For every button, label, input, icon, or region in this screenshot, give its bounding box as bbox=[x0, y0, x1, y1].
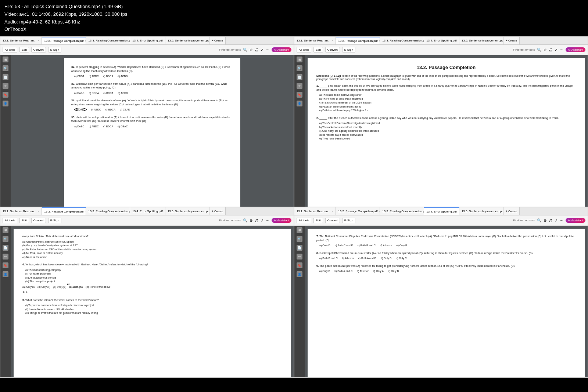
convert-btn-2[interactable]: Convert bbox=[325, 47, 340, 52]
sidebar-user-icon-3[interactable]: 👤 bbox=[3, 271, 8, 277]
sidebar-annotate-icon-2[interactable]: ✏ bbox=[297, 83, 302, 89]
passage-q1: 1. _____ girls' death case, the bodies o… bbox=[316, 84, 576, 113]
print-icon-1[interactable]: 🖨 bbox=[255, 48, 258, 52]
esign-btn-3[interactable]: E-Sign bbox=[48, 218, 61, 223]
ai-assistant-btn-2[interactable]: AI Assistant bbox=[566, 47, 585, 52]
tab-reading-comprehension-3[interactable]: 13.3. Reading Comprehension.pdf bbox=[86, 207, 130, 215]
sidebar-user-icon-1[interactable]: 👤 bbox=[3, 101, 8, 106]
ai-assistant-btn-4[interactable]: AI Assistant bbox=[566, 218, 585, 223]
tab-passage-completion-1[interactable]: 13.2. Passage Completion.pdf × bbox=[42, 37, 86, 44]
tab-passage-completion-2[interactable]: 13.2. Passage Completion.pdf × bbox=[336, 37, 380, 44]
edit-btn-4[interactable]: Edit bbox=[313, 218, 323, 223]
search-icon-3[interactable]: 🔍 bbox=[243, 218, 247, 222]
tab-sentence-improvement-2[interactable]: 13.5. Sentence Improvement.pdf bbox=[459, 37, 503, 44]
sidebar-home-icon-1[interactable]: ⊞ bbox=[3, 57, 8, 62]
share-icon-4[interactable]: ↗ bbox=[555, 218, 557, 222]
share-icon-2[interactable]: ↗ bbox=[555, 48, 557, 52]
tab-passage-completion-3[interactable]: 13.2. Passage Completion.pdf × bbox=[42, 207, 86, 215]
zoom-icon-4[interactable]: ⊕ bbox=[544, 218, 546, 222]
passage-completion-directions: Directions (Q. 1-10): In each of the fol… bbox=[316, 74, 576, 81]
sidebar-search-icon-4[interactable]: 🔍 bbox=[297, 236, 302, 242]
sidebar-annotate-icon-1[interactable]: ✏ bbox=[3, 83, 8, 89]
tab-error-spotting-4[interactable]: 13.4. Error Spotting.pdf bbox=[424, 207, 459, 215]
tab-reading-comprehension-1[interactable]: 13.3. Reading Comprehension.pdf × bbox=[86, 37, 130, 44]
search-icon-4[interactable]: 🔍 bbox=[537, 218, 541, 222]
esign-btn-1[interactable]: E-Sign bbox=[48, 47, 61, 52]
tab-create-2[interactable]: + Create bbox=[503, 37, 520, 44]
sidebar-annotate-icon-4[interactable]: ✏ bbox=[297, 254, 302, 259]
print-icon-3[interactable]: 🖨 bbox=[255, 218, 258, 222]
tab-passage-completion-4[interactable]: 13.2. Passage Completion.pdf × bbox=[336, 207, 380, 215]
edit-btn-1[interactable]: Edit bbox=[19, 47, 29, 52]
sidebar-bookmark-icon-4[interactable]: 🔖 bbox=[297, 262, 302, 268]
error-q8-options: a) Both B and C b) All error c) Both A a… bbox=[319, 257, 576, 261]
more-icon-1[interactable]: ⋯ bbox=[266, 48, 269, 52]
search-icon-2[interactable]: 🔍 bbox=[537, 48, 541, 52]
tab-sentence-rearrangement-3[interactable]: 13.1. Sentence Rearran... × bbox=[0, 207, 42, 215]
zoom-icon-1[interactable]: ⊕ bbox=[250, 48, 252, 52]
sidebar-bookmark-icon-1[interactable]: 🔖 bbox=[3, 92, 8, 98]
passage-completion-title: 13.2. Passage Completion bbox=[316, 64, 576, 71]
convert-btn-4[interactable]: Convert bbox=[325, 218, 340, 223]
share-icon-3[interactable]: ↗ bbox=[261, 218, 263, 222]
search-icon-1[interactable]: 🔍 bbox=[243, 48, 247, 52]
sidebar-user-icon-2[interactable]: 👤 bbox=[297, 101, 302, 106]
sidebar-search-icon-1[interactable]: 🔍 bbox=[3, 65, 8, 71]
sidebar-search-icon-3[interactable]: 🔍 bbox=[3, 236, 8, 242]
sidebar-annotate-icon-3[interactable]: ✏ bbox=[3, 254, 8, 259]
error-q8-text: 8. Rashtrapati Bhavan had an unusual vis… bbox=[316, 251, 576, 255]
share-icon-1[interactable]: ↗ bbox=[261, 48, 263, 52]
edit-btn-2[interactable]: Edit bbox=[313, 47, 323, 52]
convert-btn-3[interactable]: Convert bbox=[31, 218, 46, 223]
esign-btn-4[interactable]: E-Sign bbox=[342, 218, 355, 223]
print-icon-4[interactable]: 🖨 bbox=[549, 218, 552, 222]
zoom-icon-2[interactable]: ⊕ bbox=[544, 48, 546, 52]
pdf-sidebar-2: ⊞ 🔍 📄 ✏ 🔖 👤 bbox=[294, 55, 305, 207]
sidebar-home-icon-2[interactable]: ⊞ bbox=[297, 57, 302, 62]
tab-error-spotting-1[interactable]: 13.4. Error Spotting.pdf bbox=[130, 37, 165, 44]
error-q9: 9. The police and municipal was (A) / bl… bbox=[316, 264, 576, 273]
all-tools-btn-1[interactable]: All tools bbox=[3, 47, 17, 52]
sidebar-bookmark-icon-2[interactable]: 🔖 bbox=[297, 92, 302, 98]
tab-error-spotting-3[interactable]: 13.4. Error Spotting.pdf bbox=[130, 207, 165, 215]
sidebar-bookmark-icon-3[interactable]: 🔖 bbox=[3, 262, 8, 268]
tab-sentence-rearrangement-2[interactable]: 13.1. Sentence Rearran... × bbox=[294, 37, 336, 44]
tab-create-1[interactable]: + Create bbox=[209, 37, 226, 44]
print-icon-2[interactable]: 🖨 bbox=[549, 48, 552, 52]
toolbar-1: All tools Edit Convert E-Sign Find text … bbox=[0, 45, 294, 55]
all-tools-btn-2[interactable]: All tools bbox=[297, 47, 311, 52]
ai-assistant-btn-1[interactable]: AI Assistant bbox=[272, 47, 291, 52]
tab-create-3[interactable]: + Create bbox=[209, 207, 226, 215]
convert-btn-1[interactable]: Convert bbox=[31, 47, 46, 52]
q32-text: 32. to prevent clogging in sewers (A) / … bbox=[71, 65, 233, 73]
tab-sentence-rearrangement-4[interactable]: 13.1. Sentence Rearran... × bbox=[294, 207, 336, 215]
sidebar-page-icon-3[interactable]: 📄 bbox=[3, 245, 8, 251]
info-bar: File: 53 - All Topics Combined Questions… bbox=[0, 0, 588, 36]
tab-create-4[interactable]: + Create bbox=[503, 207, 520, 215]
tab-reading-comprehension-2[interactable]: 13.3. Reading Comprehension.pdf bbox=[380, 37, 424, 44]
tab-reading-comprehension-4[interactable]: 13.3. Reading Comprehension.pdf bbox=[380, 207, 424, 215]
tab-sentence-improvement-4[interactable]: 13.5. Sentence Improvement.pdf bbox=[459, 207, 503, 215]
sidebar-search-icon-2[interactable]: 🔍 bbox=[297, 65, 302, 71]
all-tools-btn-4[interactable]: All tools bbox=[297, 218, 311, 223]
more-icon-2[interactable]: ⋯ bbox=[560, 48, 563, 52]
sidebar-home-icon-4[interactable]: ⊞ bbox=[297, 227, 302, 233]
tab-bar-3: 13.1. Sentence Rearran... × 13.2. Passag… bbox=[0, 207, 294, 215]
tab-bar-2: 13.1. Sentence Rearran... × 13.2. Passag… bbox=[294, 37, 588, 45]
tab-sentence-rearrangement-1[interactable]: 13.1. Sentence Rearran... × bbox=[0, 37, 42, 44]
sidebar-page-icon-4[interactable]: 📄 bbox=[297, 245, 302, 251]
sidebar-page-icon-2[interactable]: 📄 bbox=[297, 74, 302, 80]
sidebar-user-icon-4[interactable]: 👤 bbox=[297, 271, 302, 277]
tab-error-spotting-2[interactable]: 13.4. Error Spotting.pdf bbox=[424, 37, 459, 44]
tab-sentence-improvement-1[interactable]: 13.5. Sentence Improvement.pdf bbox=[165, 37, 209, 44]
sidebar-page-icon-1[interactable]: 📄 bbox=[3, 74, 8, 80]
ai-assistant-btn-3[interactable]: AI Assistant bbox=[272, 218, 291, 223]
sidebar-home-icon-3[interactable]: ⊞ bbox=[3, 227, 8, 233]
tab-sentence-improvement-3[interactable]: 13.5. Sentence Improvement.pdf bbox=[165, 207, 209, 215]
zoom-icon-3[interactable]: ⊕ bbox=[250, 218, 252, 222]
esign-btn-2[interactable]: E-Sign bbox=[342, 47, 355, 52]
more-icon-3[interactable]: ⋯ bbox=[266, 218, 269, 222]
all-tools-btn-3[interactable]: All tools bbox=[3, 218, 17, 223]
edit-btn-3[interactable]: Edit bbox=[19, 218, 29, 223]
more-icon-4[interactable]: ⋯ bbox=[560, 218, 563, 222]
